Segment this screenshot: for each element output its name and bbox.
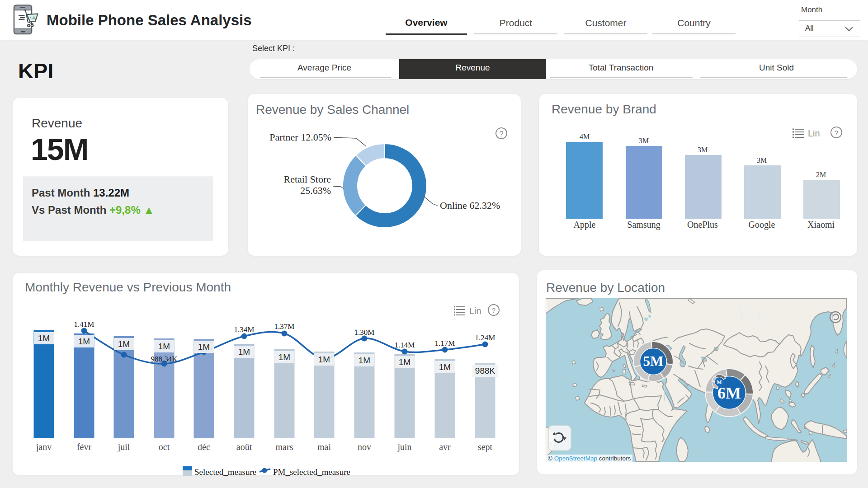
svg-text:1M: 1M <box>158 342 170 351</box>
svg-text:3M: 3M <box>639 137 649 145</box>
svg-text:août: août <box>236 442 252 452</box>
svg-text:1M: 1M <box>78 337 90 346</box>
svg-text:1M: 1M <box>118 339 130 349</box>
svg-text:3M: 3M <box>698 146 708 154</box>
svg-text:1M: 1M <box>359 356 370 365</box>
svg-text:Samsung: Samsung <box>627 220 660 230</box>
svg-text:nov: nov <box>358 442 371 452</box>
svg-text:juil: juil <box>118 442 130 452</box>
svg-text:mars: mars <box>276 442 293 452</box>
svg-text:mai: mai <box>317 442 331 452</box>
svg-text:1M: 1M <box>38 333 50 343</box>
svg-text:Online 62.32%: Online 62.32% <box>440 200 500 211</box>
svg-text:févr: févr <box>77 442 92 452</box>
svg-text:1M: 1M <box>238 347 250 357</box>
svg-text:Lin: Lin <box>808 128 820 138</box>
svg-text:© OpenStreetMap contributors: © OpenStreetMap contributors <box>548 455 631 462</box>
svg-text:988.34K: 988.34K <box>151 355 178 363</box>
svg-text:1.30M: 1.30M <box>354 328 375 337</box>
svg-text:avr: avr <box>439 442 451 452</box>
svg-text:sept: sept <box>478 442 493 452</box>
svg-text:Lin: Lin <box>469 306 481 316</box>
svg-text:déc: déc <box>198 442 210 452</box>
svg-text:1M: 1M <box>278 352 290 362</box>
svg-text:PM_selected_measure: PM_selected_measure <box>273 467 350 477</box>
svg-text:janv: janv <box>36 442 52 452</box>
svg-text:5M: 5M <box>643 353 664 369</box>
svg-text:Selected_measure: Selected_measure <box>194 467 256 477</box>
svg-text:988K: 988K <box>475 366 495 375</box>
svg-text:1M: 1M <box>399 357 410 367</box>
svg-text:?: ? <box>500 130 504 138</box>
svg-text:2M: 2M <box>816 171 826 178</box>
svg-text:6M: 6M <box>717 384 741 402</box>
svg-text:1.17M: 1.17M <box>435 339 455 347</box>
svg-text:?: ? <box>492 306 495 314</box>
svg-text:juin: juin <box>397 442 411 452</box>
svg-text:1.37M: 1.37M <box>274 322 295 331</box>
svg-text:Retail Store: Retail Store <box>284 174 331 185</box>
svg-text:Partner 12.05%: Partner 12.05% <box>269 131 331 143</box>
svg-text:Google: Google <box>749 220 775 230</box>
svg-text:1.24M: 1.24M <box>475 333 495 342</box>
svg-text:4M: 4M <box>580 133 590 141</box>
svg-text:Xiaomi: Xiaomi <box>807 220 835 230</box>
svg-text:25.63%: 25.63% <box>300 185 331 196</box>
svg-text:Apple: Apple <box>574 220 596 230</box>
svg-text:1.14M: 1.14M <box>395 341 415 349</box>
svg-text:oct: oct <box>159 442 170 452</box>
svg-text:1M: 1M <box>318 355 330 364</box>
svg-text:1M: 1M <box>439 362 451 372</box>
svg-text:3M: 3M <box>757 156 767 164</box>
svg-text:1M: 1M <box>198 342 210 352</box>
svg-text:1.41M: 1.41M <box>74 320 94 328</box>
svg-text:?: ? <box>835 129 838 136</box>
svg-text:1.34M: 1.34M <box>234 325 255 334</box>
svg-text:OnePlus: OnePlus <box>687 220 718 230</box>
